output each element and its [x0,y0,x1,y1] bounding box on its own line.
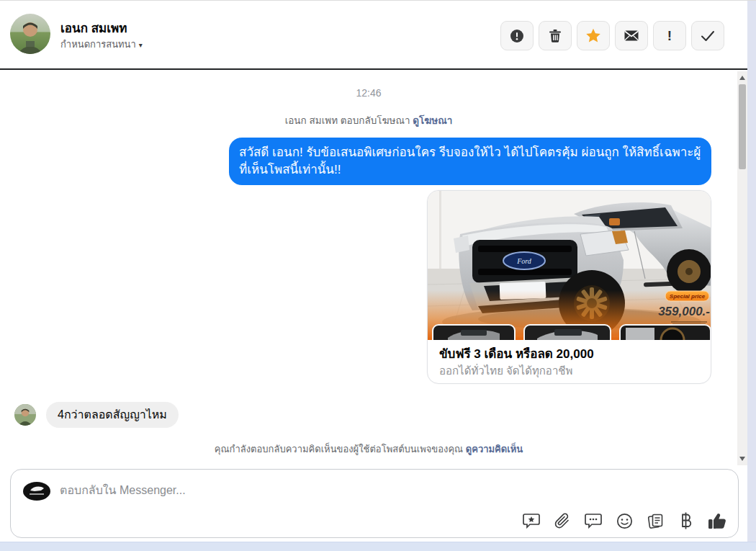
payment-button[interactable] [677,511,696,530]
ad-subtitle: ออกได้ทั่วไทย จัดได้ทุกอาชีพ [439,363,699,379]
conversation-settings-label: กำหนดการสนทนา [60,39,136,50]
price-text: 359,000.- [658,305,710,318]
report-button[interactable] [500,21,534,50]
car-ad-image: Ford [428,191,711,340]
paperclip-icon [554,513,570,529]
ad-attachment-card[interactable]: Ford [427,190,711,384]
person-portrait-image [10,14,50,54]
ad-card-footer: ขับฟรี 3 เดือน หรือลด 20,000 ออกได้ทั่วไ… [428,340,711,379]
mail-icon [624,30,639,41]
incoming-message-row: 4กว่าตลอดสัญญาไหม [14,402,179,428]
ad-title: ขับฟรี 3 เดือน หรือลด 20,000 [439,346,699,363]
avatar[interactable] [10,14,50,54]
page-logo-avatar [22,481,51,501]
special-price-badge: Special price [670,293,706,300]
alert-circle-icon [510,29,524,43]
person-portrait-image [14,404,36,426]
ad-reply-text: เอนก สมเพท ตอบกลับโฆษณา [285,115,410,126]
exclamation-icon: ! [667,28,672,44]
avatar [14,404,36,426]
ford-logo-text: Ford [516,257,532,265]
sticker-button[interactable] [522,511,541,530]
reply-composer[interactable] [10,469,739,538]
conversation-header: เอนก สมเพท กำหนดการสนทนา▾ [0,1,747,70]
timestamp: 12:46 [0,87,737,99]
saved-replies-icon [647,513,664,529]
star-button[interactable] [577,21,610,50]
vertical-scrollbar[interactable] [737,71,747,465]
status-text: คุณกำลังตอบกลับความคิดเห็นของผู้ใช้ต่อโพ… [215,444,463,454]
page-background-rail [747,1,756,542]
scroll-up-arrow-icon[interactable] [739,76,745,80]
emoji-button[interactable] [615,511,634,530]
check-icon [701,30,715,42]
sticker-icon [523,513,540,529]
chevron-down-icon: ▾ [139,41,143,49]
view-comment-link[interactable]: ดูความคิดเห็น [466,444,523,454]
ad-reply-meta: เอนก สมเพท ตอบกลับโฆษณา ดูโฆษณา [0,112,737,128]
baht-payment-icon [680,512,692,529]
mark-unread-button[interactable] [615,21,648,50]
notes-button[interactable] [646,511,665,530]
delete-button[interactable] [539,21,572,50]
like-button[interactable] [708,511,726,530]
contact-name: เอนก สมเพท [60,18,127,37]
message-thread: 12:46 เอนก สมเพท ตอบกลับโฆษณา ดูโฆษณา สว… [0,71,737,465]
incoming-message-bubble[interactable]: 4กว่าตลอดสัญญาไหม [46,402,179,428]
scrollbar-thumb[interactable] [739,84,746,169]
ad-thumbnail-1 [433,325,515,340]
view-ad-link[interactable]: ดูโฆษณา [413,115,452,126]
emoji-icon [616,513,633,529]
ad-thumbnail-3 [620,325,711,340]
reply-context-status: คุณกำลังตอบกลับความคิดเห็นของผู้ใช้ต่อโพ… [0,442,737,457]
flag-important-button[interactable]: ! [653,21,686,50]
trash-icon [549,29,562,42]
header-action-bar: ! [500,21,724,50]
message-input[interactable] [60,481,492,500]
outgoing-message-bubble[interactable]: สวัสดี เอนก! รับข้อเสนอพิเศษก่อนใคร รีบจ… [229,138,711,185]
star-icon [585,28,601,43]
mark-done-button[interactable] [691,21,724,50]
composer-toolbar [522,511,726,530]
horizontal-scrollbar-track[interactable] [0,542,756,551]
comment-dots-icon [585,513,602,529]
like-thumb-icon [708,512,726,530]
ad-thumbnail-2 [524,325,611,340]
conversation-settings-dropdown[interactable]: กำหนดการสนทนา▾ [60,37,143,52]
scroll-down-arrow-icon[interactable] [739,457,745,461]
attach-file-button[interactable] [553,511,572,530]
saved-reply-button[interactable] [584,511,603,530]
